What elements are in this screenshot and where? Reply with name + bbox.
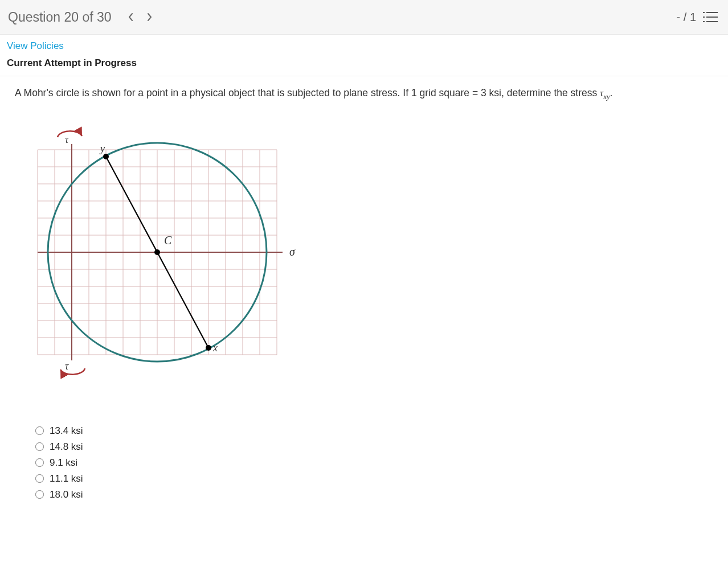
chevron-right-icon (146, 13, 152, 21)
option-5[interactable]: 18.0 ksi (35, 487, 713, 503)
label-y: y (99, 143, 105, 154)
option-4[interactable]: 11.1 ksi (35, 471, 713, 487)
question-prompt: A Mohr's circle is shown for a point in … (15, 87, 713, 102)
option-label: 13.4 ksi (50, 425, 83, 437)
option-label: 14.8 ksi (50, 441, 83, 453)
label-c: C (164, 234, 172, 247)
radio-icon (35, 442, 44, 451)
radio-icon (35, 458, 44, 467)
next-question-button[interactable] (140, 8, 158, 26)
radio-icon (35, 426, 44, 435)
symbol-tau-xy: τxy (600, 87, 610, 98)
attempt-status: Current Attempt in Progress (0, 55, 728, 76)
answer-options: 13.4 ksi 14.8 ksi 9.1 ksi 11.1 ksi 18.0 … (35, 423, 713, 503)
mohr-circle-figure: τ τ σ C y x (15, 116, 713, 389)
view-policies-link[interactable]: View Policies (0, 35, 71, 55)
axis-tau-top: τ (65, 134, 69, 145)
option-label: 18.0 ksi (50, 489, 83, 500)
option-1[interactable]: 13.4 ksi (35, 423, 713, 439)
option-3[interactable]: 9.1 ksi (35, 455, 713, 471)
prompt-text: A Mohr's circle is shown for a point in … (15, 87, 600, 98)
axis-tau-bottom: τ (65, 360, 69, 372)
option-label: 11.1 ksi (50, 473, 83, 485)
svg-point-32 (154, 249, 160, 255)
option-label: 9.1 ksi (50, 457, 77, 469)
question-list-icon[interactable] (706, 12, 718, 22)
score-display: - / 1 (677, 11, 696, 24)
question-content: A Mohr's circle is shown for a point in … (0, 76, 728, 513)
axis-sigma: σ (289, 245, 296, 258)
option-2[interactable]: 14.8 ksi (35, 439, 713, 455)
question-title: Question 20 of 30 (8, 10, 112, 25)
label-x: x (212, 342, 218, 354)
question-header: Question 20 of 30 - / 1 (0, 0, 728, 35)
radio-icon (35, 474, 44, 483)
prev-question-button[interactable] (122, 8, 140, 26)
prompt-suffix: . (610, 87, 613, 98)
svg-point-34 (206, 345, 211, 351)
chevron-left-icon (128, 13, 134, 21)
svg-point-33 (103, 154, 109, 159)
radio-icon (35, 490, 44, 499)
